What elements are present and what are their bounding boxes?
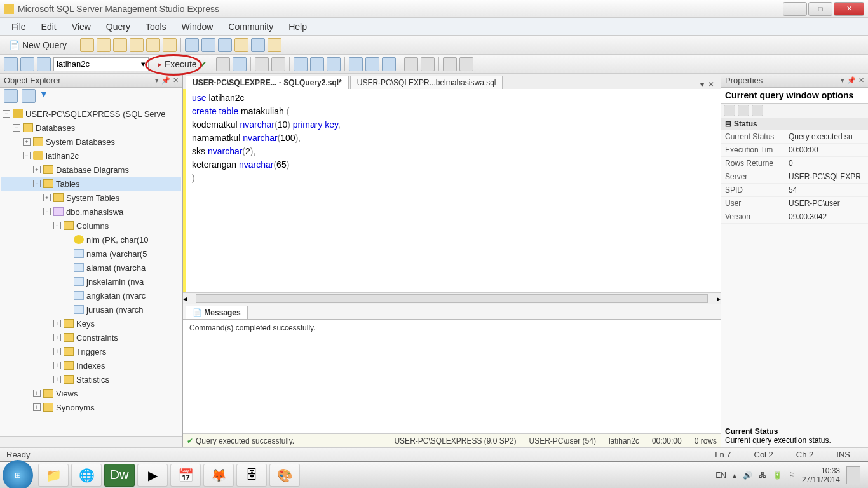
toolbar-icon[interactable]	[349, 57, 363, 71]
menu-tools[interactable]: Tools	[139, 20, 173, 34]
code-editor[interactable]: use latihan2c create table matakuliah ( …	[183, 89, 721, 292]
toolbar-icon[interactable]	[97, 38, 111, 52]
open-file-icon[interactable]	[113, 38, 127, 52]
toolbar-icon[interactable]	[130, 38, 144, 52]
new-query-button[interactable]: New Query	[4, 39, 72, 51]
toolbar-icon[interactable]	[382, 57, 396, 71]
alphabetize-icon[interactable]	[738, 105, 749, 116]
execute-button[interactable]: Execute ✔	[151, 58, 214, 71]
tray-action-icon[interactable]: ⚐	[789, 471, 796, 480]
properties-grid[interactable]: ⊟Status Current StatusQuery executed su …	[721, 118, 868, 424]
comment-icon[interactable]	[443, 57, 457, 71]
tab-belmahasiswa[interactable]: USER-PC\SQLEXPR...belmahasiswa.sql	[350, 76, 503, 89]
minimize-button[interactable]: —	[783, 2, 807, 16]
maximize-button[interactable]: □	[808, 2, 832, 16]
taskbar-app-chrome[interactable]: 🌐	[71, 464, 102, 487]
editor-horizontal-scrollbar[interactable]: ◂▸	[183, 292, 721, 304]
categorize-icon[interactable]	[724, 105, 735, 116]
dropdown-icon[interactable]: ▾	[841, 76, 844, 85]
toolbar-icon[interactable]	[294, 57, 308, 71]
menu-window[interactable]: Window	[175, 20, 220, 34]
toolbar-icon[interactable]	[218, 38, 232, 52]
toolbar-icon[interactable]	[37, 57, 51, 71]
pin-icon[interactable]: ▾	[155, 76, 159, 85]
tree-column[interactable]: jnskelamin (nva	[1, 274, 181, 288]
taskbar-app-media[interactable]: ▶	[137, 464, 168, 487]
tree-column[interactable]: alamat (nvarcha	[1, 261, 181, 274]
indent-icon[interactable]	[404, 57, 418, 71]
tree-statistics[interactable]: +Statistics	[1, 372, 181, 386]
toolbar-icon[interactable]	[271, 57, 285, 71]
taskbar-app-calendar[interactable]: 📅	[170, 464, 201, 487]
tree-column[interactable]: nim (PK, char(10	[1, 233, 181, 247]
toolbar-icon[interactable]	[327, 57, 341, 71]
horizontal-scrollbar[interactable]	[0, 436, 182, 447]
toolbar-icon[interactable]	[255, 57, 269, 71]
toolbar-icon[interactable]	[234, 38, 248, 52]
taskbar-app-explorer[interactable]: 📁	[38, 464, 69, 487]
tray-network-icon[interactable]: 🖧	[759, 471, 766, 480]
database-selector[interactable]: latihan2c▾	[53, 57, 149, 71]
menu-file[interactable]: File	[5, 20, 32, 34]
property-row[interactable]: SPID54	[721, 184, 868, 197]
toolbar-icon[interactable]	[201, 38, 215, 52]
tree-table-mahasiswa[interactable]: −dbo.mahasiswa	[1, 205, 181, 219]
object-tree[interactable]: −USER-PC\SQLEXPRESS (SQL Serve −Database…	[0, 104, 182, 436]
tree-column[interactable]: jurusan (nvarch	[1, 302, 181, 316]
pin-icon[interactable]: 📌	[161, 76, 170, 85]
tray-show-hidden-icon[interactable]: ▴	[733, 471, 736, 480]
tab-dropdown-icon[interactable]: ▾	[700, 80, 704, 89]
property-row[interactable]: Rows Returne0	[721, 157, 868, 170]
menu-edit[interactable]: Edit	[35, 20, 63, 34]
tree-views[interactable]: +Views	[1, 386, 181, 400]
close-button[interactable]: ✕	[834, 2, 864, 16]
tree-databases[interactable]: −Databases	[1, 121, 181, 135]
toolbar-icon[interactable]	[146, 38, 160, 52]
tree-triggers[interactable]: +Triggers	[1, 344, 181, 358]
connect-icon[interactable]	[4, 89, 18, 103]
taskbar-app-paint[interactable]: 🎨	[269, 464, 300, 487]
taskbar-app-dreamweaver[interactable]: Dw	[104, 464, 135, 487]
tree-system-databases[interactable]: +System Databases	[1, 135, 181, 149]
start-button[interactable]: ⊞	[3, 460, 33, 489]
property-row[interactable]: Execution Tim00:00:00	[721, 144, 868, 157]
filter-icon[interactable]: ▼	[39, 89, 53, 103]
tree-system-tables[interactable]: +System Tables	[1, 191, 181, 205]
tab-sqlquery2[interactable]: USER-PC\SQLEXPRE... - SQLQuery2.sql*	[186, 76, 349, 89]
disconnect-icon[interactable]	[22, 89, 36, 103]
property-row[interactable]: Version09.00.3042	[721, 210, 868, 224]
tray-volume-icon[interactable]: 🔊	[743, 471, 752, 480]
tree-column[interactable]: angkatan (nvarc	[1, 288, 181, 302]
property-row[interactable]: Current StatusQuery executed su	[721, 130, 868, 144]
menu-community[interactable]: Community	[222, 20, 280, 34]
tree-indexes[interactable]: +Indexes	[1, 358, 181, 372]
uncomment-icon[interactable]	[459, 57, 473, 71]
menu-query[interactable]: Query	[100, 20, 137, 34]
property-category-status[interactable]: ⊟Status	[721, 118, 868, 130]
save-icon[interactable]	[163, 38, 177, 52]
tree-tables[interactable]: −Tables	[1, 177, 181, 191]
tray-user-icon[interactable]	[846, 466, 860, 484]
property-row[interactable]: ServerUSER-PC\SQLEXPR	[721, 170, 868, 184]
system-tray[interactable]: EN ▴ 🔊 🖧 🔋 ⚐ 10:33 27/11/2014	[710, 466, 865, 484]
tray-battery-icon[interactable]: 🔋	[773, 471, 782, 480]
property-page-icon[interactable]	[752, 105, 763, 116]
tree-column[interactable]: nama (varchar(5	[1, 247, 181, 261]
menu-view[interactable]: View	[65, 20, 97, 34]
parse-icon[interactable]	[233, 57, 247, 71]
pin-icon[interactable]: 📌	[847, 76, 856, 85]
close-panel-icon[interactable]: ✕	[858, 76, 864, 85]
tray-clock[interactable]: 10:33 27/11/2014	[802, 466, 840, 484]
messages-pane[interactable]: Command(s) completed successfully.	[183, 319, 721, 433]
toolbar-icon[interactable]	[310, 57, 324, 71]
tree-synonyms[interactable]: +Synonyms	[1, 400, 181, 414]
taskbar-app-firefox[interactable]: 🦊	[203, 464, 234, 487]
toolbar-icon[interactable]	[268, 38, 281, 52]
menu-help[interactable]: Help	[282, 20, 313, 34]
tab-messages[interactable]: 📄 Messages	[186, 306, 248, 319]
tree-columns[interactable]: −Columns	[1, 219, 181, 233]
toolbar-icon[interactable]	[4, 57, 18, 71]
tree-db-diagrams[interactable]: +Database Diagrams	[1, 163, 181, 177]
outdent-icon[interactable]	[421, 57, 435, 71]
toolbar-icon[interactable]	[80, 38, 94, 52]
